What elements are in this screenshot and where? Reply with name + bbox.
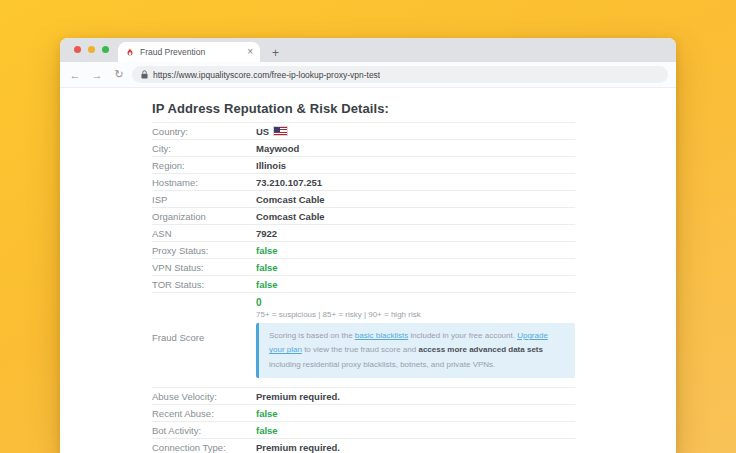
- row-label: ASN: [152, 228, 256, 239]
- row-value: false: [256, 408, 278, 419]
- row-value: Comcast Cable: [256, 194, 325, 205]
- row-label: Connection Type:: [152, 442, 256, 453]
- url-text: https://www.ipqualityscore.com/free-ip-l…: [153, 70, 380, 80]
- row-value: Maywood: [256, 143, 299, 154]
- close-window-button[interactable]: [74, 46, 81, 53]
- reload-button[interactable]: ↻: [110, 68, 128, 81]
- row-label: VPN Status:: [152, 262, 256, 273]
- table-row: Bot Activity:false: [152, 421, 575, 438]
- note-text: Scoring is based on the: [269, 331, 355, 340]
- row-label: Fraud Score: [152, 332, 256, 343]
- row-value: Premium required.: [256, 442, 340, 453]
- table-row: Region:Illinois: [152, 156, 575, 173]
- row-value: false: [256, 245, 278, 256]
- lock-icon: [141, 70, 148, 79]
- table-row: City:Maywood: [152, 139, 575, 156]
- table-row: Country:US: [152, 122, 575, 139]
- table-row: Connection Type:Premium required.: [152, 438, 575, 453]
- ip-details-table: Country:USCity:MaywoodRegion:IllinoisHos…: [152, 122, 575, 453]
- fraud-score-scale-note: 75+ = suspicious | 85+ = risky | 90+ = h…: [256, 310, 575, 319]
- row-label: Hostname:: [152, 177, 256, 188]
- ipqs-flame-icon: [125, 47, 135, 57]
- basic-blacklists-link[interactable]: basic blacklists: [355, 331, 408, 340]
- row-label: Abuse Velocity:: [152, 391, 256, 402]
- note-text: to view the true fraud score and: [302, 345, 419, 354]
- note-bold-text: access more advanced data sets: [418, 345, 543, 354]
- row-value: false: [256, 425, 278, 436]
- row-label: Organization: [152, 211, 256, 222]
- table-row: Hostname:73.210.107.251: [152, 173, 575, 190]
- tab-strip: Fraud Prevention × +: [60, 38, 676, 62]
- table-row: Proxy Status:false: [152, 241, 575, 258]
- table-row: ASN7922: [152, 224, 575, 241]
- row-label: Region:: [152, 160, 256, 171]
- tab-close-icon[interactable]: ×: [247, 47, 253, 57]
- tab-fraud-prevention[interactable]: Fraud Prevention ×: [118, 42, 260, 62]
- row-label: City:: [152, 143, 256, 154]
- rows-top: Country:USCity:MaywoodRegion:IllinoisHos…: [152, 122, 575, 292]
- table-row: Recent Abuse:false: [152, 404, 575, 421]
- zoom-window-button[interactable]: [102, 46, 109, 53]
- row-label: Proxy Status:: [152, 245, 256, 256]
- table-row: TOR Status:false: [152, 275, 575, 292]
- browser-toolbar: ← → ↻ https://www.ipqualityscore.com/fre…: [60, 62, 676, 88]
- page-title: IP Address Reputation & Risk Details:: [152, 101, 676, 116]
- page-content: IP Address Reputation & Risk Details: Co…: [60, 88, 676, 453]
- table-row: ISPComcast Cable: [152, 190, 575, 207]
- row-label: Bot Activity:: [152, 425, 256, 436]
- row-value: Premium required.: [256, 391, 340, 402]
- row-value: US: [256, 126, 269, 137]
- note-text: included in your free account.: [408, 331, 517, 340]
- row-label: Recent Abuse:: [152, 408, 256, 419]
- fraud-score-row: Fraud Score 0 75+ = suspicious | 85+ = r…: [152, 292, 575, 387]
- row-value: Illinois: [256, 160, 286, 171]
- fraud-score-note: Scoring is based on the basic blacklists…: [256, 323, 575, 378]
- table-row: VPN Status:false: [152, 258, 575, 275]
- row-label: TOR Status:: [152, 279, 256, 290]
- back-button[interactable]: ←: [66, 69, 84, 81]
- note-text: including residential proxy blacklists, …: [269, 360, 495, 369]
- new-tab-button[interactable]: +: [272, 47, 279, 59]
- browser-window: Fraud Prevention × + ← → ↻ https://www.i…: [60, 38, 676, 453]
- traffic-lights: [74, 46, 109, 53]
- fraud-score-value: 0: [256, 297, 575, 308]
- minimize-window-button[interactable]: [88, 46, 95, 53]
- rows-bottom: Abuse Velocity:Premium required.Recent A…: [152, 387, 575, 453]
- row-label: Country:: [152, 126, 256, 137]
- row-value: 7922: [256, 228, 277, 239]
- table-row: Abuse Velocity:Premium required.: [152, 387, 575, 404]
- tab-title: Fraud Prevention: [140, 47, 242, 57]
- row-value: false: [256, 262, 278, 273]
- row-value: 73.210.107.251: [256, 177, 322, 188]
- url-bar[interactable]: https://www.ipqualityscore.com/free-ip-l…: [132, 66, 668, 83]
- table-row: OrganizationComcast Cable: [152, 207, 575, 224]
- us-flag-icon: [274, 127, 287, 135]
- row-value: Comcast Cable: [256, 211, 325, 222]
- forward-button[interactable]: →: [88, 69, 106, 81]
- row-label: ISP: [152, 194, 256, 205]
- row-value: false: [256, 279, 278, 290]
